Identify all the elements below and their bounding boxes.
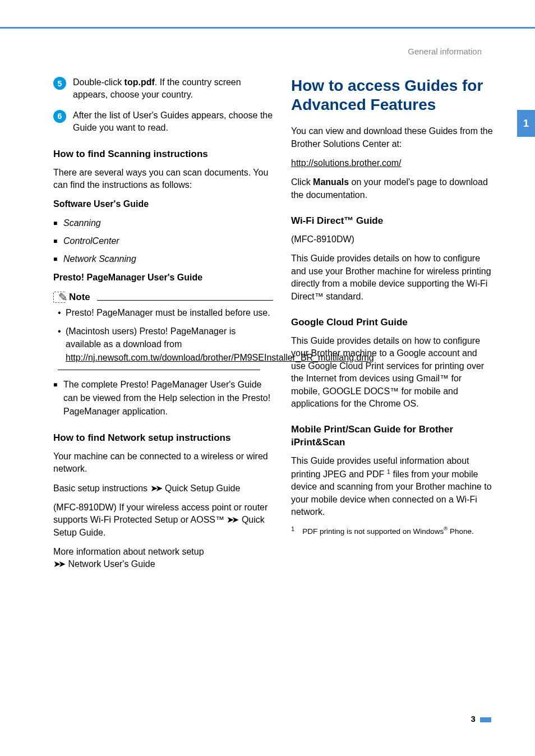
list-item: Network Scanning [63,252,273,266]
presto-complete-list: The complete Presto! PageManager User's … [53,378,273,418]
bold-text: top.pdf [124,77,155,87]
main-heading: How to access Guides for Advanced Featur… [291,76,493,114]
text: More information about network setup [53,547,204,556]
step-text: After the list of User's Guides appears,… [73,109,273,135]
list-item: ControlCenter [63,234,273,248]
scanning-heading: How to find Scanning instructions [53,148,273,161]
text: Quick Setup Guide [163,483,241,493]
footnote-text: PDF printing is not supported on Windows… [302,525,474,537]
sug-label: Software User's Guide [53,198,273,210]
reference-arrow-icon: ➤➤ [150,483,160,493]
header-section-label: General information [0,29,535,56]
scanning-intro: There are several ways you can scan docu… [53,167,273,192]
list-item: Presto! PageManager must be installed be… [66,306,273,319]
network-p4: More information about network setup ➤➤ … [53,546,273,571]
list-item: The complete Presto! PageManager User's … [63,378,273,418]
network-heading: How to find Network setup instructions [53,432,273,445]
text: Double-click [73,77,124,87]
note-list: Presto! PageManager must be installed be… [53,306,273,364]
reference-arrow-icon: ➤➤ [227,515,237,524]
network-p1: Your machine can be connected to a wirel… [53,450,273,476]
page-marker-icon [480,717,491,722]
solutions-link[interactable]: http://solutions.brother.com/ [291,158,402,168]
text: Network User's Guide [66,559,155,569]
text: Phone. [448,527,474,536]
page-number: 3 [471,714,491,723]
download-link[interactable]: http://nj.newsoft.com.tw/download/brothe… [66,353,374,362]
step-6: 6 After the list of User's Guides appear… [53,109,273,135]
bold-text: Manuals [313,177,349,187]
mobile-body: This Guide provides useful information a… [291,455,493,518]
text: Basic setup instructions [53,483,150,493]
gcp-body: This Guide provides details on how to co… [291,335,493,410]
wifi-body: This Guide provides details on how to co… [291,252,493,303]
solutions-link-p: http://solutions.brother.com/ [291,157,493,169]
left-column: 5 Double-click top.pdf. If the country s… [53,76,273,578]
list-item: Scanning [63,216,273,230]
footnote: 1 PDF printing is not supported on Windo… [291,525,493,537]
note-rule [97,300,273,301]
wifi-heading: Wi-Fi Direct™ Guide [291,215,493,228]
intro-text: You can view and download these Guides f… [291,125,493,150]
note-header: Note [53,292,273,303]
note-icon [53,292,66,303]
network-p3: (MFC-8910DW) If your wireless access poi… [53,501,273,539]
click-manuals: Click Manuals on your model's page to do… [291,176,493,201]
text: Click [291,177,313,187]
mobile-heading: Mobile Print/Scan Guide for Brother iPri… [291,423,493,449]
content-columns: 5 Double-click top.pdf. If the country s… [0,56,535,578]
right-column: How to access Guides for Advanced Featur… [291,76,493,578]
page-number-text: 3 [471,714,475,723]
footnote-number: 1 [291,525,294,537]
note-title: Note [69,292,90,303]
wifi-model: (MFC-8910DW) [291,233,493,246]
network-p2: Basic setup instructions ➤➤ Quick Setup … [53,482,273,495]
note-box: Note Presto! PageManager must be install… [53,292,273,370]
text: (Macintosh users) Presto! PageManager is… [66,326,236,349]
text: PDF printing is not supported on Windows [302,527,444,536]
chapter-tab: 1 [517,110,535,137]
reference-arrow-icon: ➤➤ [53,559,63,569]
note-rule-end [58,370,260,370]
presto-label: Presto! PageManager User's Guide [53,271,273,284]
step-number-icon: 6 [53,110,66,123]
step-5: 5 Double-click top.pdf. If the country s… [53,76,273,102]
sug-list: Scanning ControlCenter Network Scanning [53,216,273,266]
step-number-icon: 5 [53,77,66,90]
step-text: Double-click top.pdf. If the country scr… [73,76,273,102]
list-item: (Macintosh users) Presto! PageManager is… [66,325,273,364]
gcp-heading: Google Cloud Print Guide [291,316,493,329]
